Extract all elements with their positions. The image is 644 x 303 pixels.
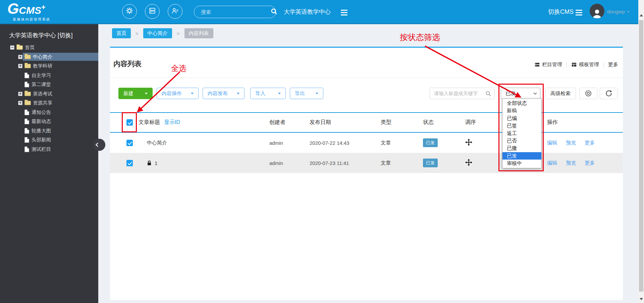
sidebar-collapse-handle[interactable] (93, 139, 105, 151)
tree-collapse-icon[interactable]: − (10, 45, 14, 50)
keyword-search-input[interactable] (430, 88, 494, 99)
more-actions-link[interactable]: 更多 (585, 140, 595, 145)
status-option[interactable]: 已否 (502, 137, 541, 144)
tree-item-latest-news[interactable]: 最新动态 (0, 117, 98, 126)
status-option[interactable]: 新稿 (502, 107, 541, 114)
advanced-search-button[interactable]: 高级检索 (545, 88, 576, 99)
search-icon[interactable] (485, 91, 491, 97)
new-button[interactable]: 新建 (118, 88, 153, 99)
tree-item-second-class[interactable]: 第二课堂 (0, 80, 98, 89)
template-manage-label: 模板管理 (579, 61, 599, 68)
row-type: 文章 (381, 140, 423, 146)
modules-button[interactable] (145, 4, 160, 19)
tree-item-label: 资源共享 (33, 100, 52, 106)
header-search-input[interactable] (194, 9, 270, 15)
caret-down-icon (278, 93, 281, 94)
preview-link[interactable]: 预览 (566, 140, 576, 145)
tree-item-resource-share[interactable]: + 资源共享 (0, 98, 98, 108)
row-date: 2020-07-22 14:43 (310, 140, 381, 146)
col-status-label: 状态 (423, 119, 465, 126)
modules-icon (148, 7, 156, 16)
tree-item-self-study[interactable]: 自主学习 (0, 71, 98, 80)
table-row: 1 admin 2020-07-23 11:41 文章 已发 编辑 (110, 153, 623, 173)
switch-cms-link[interactable]: 切换CMS (548, 0, 574, 23)
vertical-scrollbar[interactable] (638, 0, 644, 303)
display-toggle-button[interactable] (579, 88, 597, 99)
tree-expand-icon[interactable]: + (18, 92, 22, 96)
site-menu-icon[interactable] (341, 10, 347, 15)
tree-item-notice[interactable]: 通知公告 (0, 108, 98, 117)
status-option[interactable]: 返工 (502, 130, 541, 137)
row-title[interactable]: 1 (155, 160, 157, 166)
row-date: 2020-07-23 11:41 (310, 160, 381, 166)
row-creator: admin (269, 140, 310, 146)
tree-item-center-intro[interactable]: + 中心简介 (0, 52, 98, 62)
status-option[interactable]: 全部状态 (502, 99, 541, 107)
content-operate-button[interactable]: 内容操作 (157, 88, 199, 99)
status-filter-select[interactable]: 已发 (501, 88, 540, 99)
user-menu[interactable]: dongwp (607, 0, 630, 23)
status-option[interactable]: 审核中 (502, 160, 541, 167)
tree-item-carousel[interactable]: 轮播大图 (0, 126, 98, 136)
table-row: 中心简介 admin 2020-07-22 14:43 文章 已发 编 (110, 133, 623, 153)
more-label: 更多 (608, 61, 618, 68)
logo-power-text: power (13, 9, 19, 11)
select-all-checkbox[interactable] (126, 119, 133, 126)
template-manage-icon (571, 62, 577, 68)
tree-item-label: 自主学习 (32, 72, 51, 79)
tree-expand-icon[interactable]: + (18, 64, 22, 68)
sidebar: 大学英语教学中心 [切换] − 首页 + 中心简介 + 教学科研 自主学习 (0, 24, 98, 303)
more-actions-link[interactable]: 更多 (585, 160, 595, 166)
caret-down-icon (191, 93, 194, 94)
tree-item-english-exam[interactable]: + 英语考试 (0, 89, 98, 99)
sidebar-site-title[interactable]: 大学英语教学中心 [切换] (9, 31, 73, 39)
col-creator-label: 创建者 (269, 119, 310, 126)
move-sort-icon[interactable] (465, 139, 472, 146)
content-publish-button[interactable]: 内容发布 (203, 88, 245, 99)
preview-link[interactable]: 预览 (566, 160, 576, 166)
export-button[interactable]: 导出 (290, 88, 323, 99)
status-option[interactable]: 已撤 (502, 144, 541, 152)
edit-link[interactable]: 编辑 (547, 160, 557, 166)
status-option[interactable]: 已编 (502, 115, 541, 122)
status-option[interactable]: 已签 (502, 122, 541, 129)
tree-item-teaching-research[interactable]: + 教学科研 (0, 61, 98, 71)
tree-item-label: 第二课堂 (32, 81, 51, 88)
status-select-value: 已发 (505, 90, 516, 97)
row-checkbox[interactable] (126, 140, 133, 146)
col-type-label: 类型 (381, 119, 423, 126)
chevron-down-icon (533, 92, 537, 95)
template-manage-link[interactable]: 模板管理 (571, 61, 599, 68)
row-title[interactable]: 中心简介 (147, 140, 167, 146)
tree-item-test-category[interactable]: 测试栏目 (0, 145, 98, 154)
column-manage-icon (534, 62, 540, 68)
gear-icon (125, 6, 134, 16)
tree-item-label: 通知公告 (32, 109, 51, 116)
more-link[interactable]: 更多 (608, 61, 618, 68)
refresh-button[interactable] (600, 88, 618, 99)
settings-button[interactable] (122, 4, 137, 19)
users-button[interactable] (168, 4, 182, 19)
scroll-down-icon[interactable] (640, 298, 643, 300)
import-button[interactable]: 导入 (250, 88, 286, 99)
show-id-link[interactable]: 显示ID (164, 119, 180, 126)
row-checkbox[interactable] (126, 160, 133, 166)
avatar[interactable] (590, 4, 604, 18)
search-icon[interactable] (270, 8, 278, 16)
caret-down-icon (316, 93, 318, 94)
status-option-selected[interactable]: 已发 (502, 152, 541, 160)
breadcrumb-home[interactable]: 首页 (112, 28, 131, 38)
tree-item-home[interactable]: − 首页 (0, 43, 98, 52)
tree-expand-icon[interactable]: + (18, 55, 22, 59)
tree-expand-icon[interactable]: + (18, 101, 22, 105)
scrollbar-thumb[interactable] (639, 20, 643, 292)
edit-link[interactable]: 编辑 (547, 140, 557, 145)
move-sort-icon[interactable] (465, 159, 472, 166)
cms-menu-icon[interactable] (576, 10, 582, 15)
column-manage-link[interactable]: 栏目管理 (534, 61, 562, 68)
gcms-logo: G power CMS + 新媒体内容管理系统 (7, 1, 51, 22)
tree-item-label: 最新动态 (32, 118, 51, 125)
scroll-up-icon[interactable] (640, 14, 643, 16)
tree-item-header-news[interactable]: 头部新闻 (0, 135, 98, 145)
breadcrumb-category[interactable]: 中心简介 (143, 28, 172, 38)
